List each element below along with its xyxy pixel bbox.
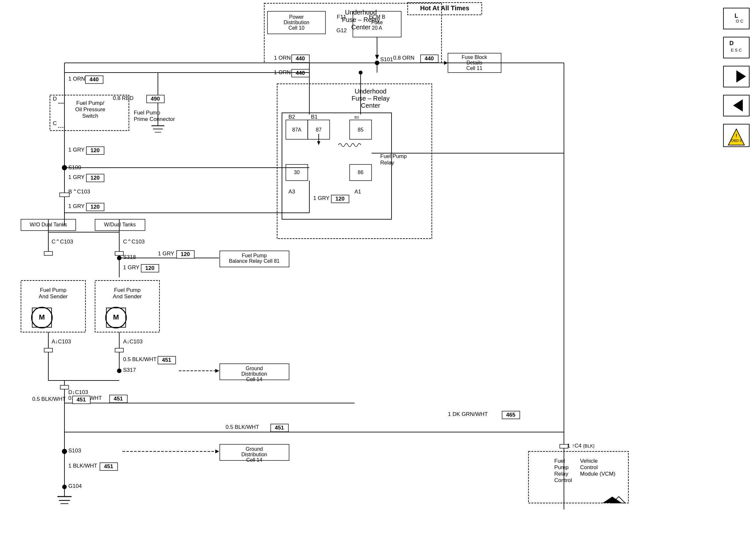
fp-balance-relay-label2: Balance Relay Cell 81 [229,258,280,264]
fp-prime-conn-label2: Prime Connector [134,116,175,122]
fp-prime-conn-label1: Fuel Pump [134,110,160,116]
ecm-fuse-label2: Fuse [371,20,383,25]
wire-1gry-120-s318-below: 1 GRY [123,264,140,270]
vcm-label1: Vehicle [580,458,598,464]
wire-440-b: 440 [425,55,434,62]
power-dist-label2: Distribution [284,20,309,25]
fuel-pump-relay-ctrl-label3: Relay [554,471,568,477]
wire-120-relay-out: 120 [335,196,344,202]
fp-switch-label3: Switch [82,113,98,119]
diagram-container: Hot At All Times Underhood Fuse – Relay … [0,0,756,543]
wire-05blkwht-451-bot: 0.5 BLK/WHT [32,396,66,402]
loc-subscript: O C [736,19,743,24]
svg-marker-96 [603,497,622,503]
c4-connector-label: 1 ↑C4 (BLK) [567,443,595,449]
underhood2-label1: Underhood [355,88,387,95]
g12-label: G12 [336,27,347,34]
relay-b3-label: B3 [354,115,359,119]
svg-rect-34 [60,193,69,197]
forward-arrow-icon[interactable] [736,70,746,82]
wire-1gry-120-b: 1 GRY [68,174,85,180]
wire-1orn-440-left: 1 ORN [68,76,85,82]
fp-balance-relay-label1: Fuel Pump [242,253,267,258]
s318-label: S318 [123,254,136,260]
svg-point-114 [359,71,363,74]
s317-dot [117,369,121,373]
back-arrow-icon[interactable] [733,99,743,111]
w-dual-tanks-label: W/Dual Tanks [104,222,136,227]
a-c103-left-label: A↓C103 [52,339,71,345]
relay-a1-label: A1 [354,189,361,195]
fuse-block-label2: Details [467,60,482,65]
fp-relay-label1: Fuel Pump [380,153,407,159]
g104-label: G104 [68,483,82,489]
svg-rect-95 [528,451,628,503]
wire-440-left: 440 [90,76,99,82]
c-c103-right-label: C⌃C103 [123,238,145,245]
svg-marker-80 [215,450,219,453]
svg-marker-66 [215,369,219,373]
fuse-block-label1: Fuse Block [461,54,487,60]
relay-87-label: 87 [316,127,322,132]
fp-sender-right-label2: And Sender [113,294,142,300]
fp-sender-left-label2: And Sender [39,294,68,300]
fp-switch-label1: Fuel Pump/ [76,100,104,106]
wire-451-s103: 451 [104,463,113,470]
relay-85-label: 85 [358,127,363,132]
wire-440-a: 440 [296,55,305,62]
desc-subscript: E S C [731,48,742,53]
fuel-pump-relay-ctrl-label4: Control [554,477,572,483]
fp-switch-label2: Oil Pressure [75,106,105,112]
s317-label: S317 [123,367,136,373]
wire-120-a: 120 [91,147,100,153]
relay-87a-label: 87A [292,127,302,132]
wire-120-s318: 120 [181,251,190,257]
wire-1gry-120-a: 1 GRY [68,147,85,153]
loc-icon-label: L [735,13,738,19]
obd-ii-icon-label: OBD II [731,139,741,142]
wire-120-c: 120 [91,204,100,210]
wire-451-right: 451 [275,425,284,431]
wire-1orn-440-a: 1 ORN [274,55,291,61]
fuel-pump-relay-ctrl-label: Fuel [554,458,565,464]
wire-1gry-relay-out: 1 GRY [313,195,330,201]
fp-relay-label2: Relay [380,160,394,166]
wire-05blkwht-451-right: 0.5 BLK/WHT [226,424,259,430]
desc-icon-label: D [730,40,734,46]
vcm-label3: Module (VCM) [580,471,615,477]
ground-dist-top-label2: Distribution [241,371,267,377]
fp-sender-right-label1: Fuel Pump [114,287,141,293]
c-c103-left-label: C⌃C103 [52,238,73,245]
f11-label: F11 [337,14,346,20]
svg-rect-47 [115,251,123,255]
ground-dist-bot-label1: Ground [246,446,263,452]
motor-left-label: M [39,313,45,321]
ecm-fuse-label3: 20 A [372,25,382,31]
motor-right-label: M [113,313,119,321]
wire-1dkgrnwht-465-label: 1 DK GRN/WHT [448,411,488,417]
wire-120-b: 120 [91,175,100,181]
s101-label: S101 [380,56,393,63]
vcm-label2: Control [580,464,598,470]
connector-d-label: D [53,96,57,102]
fp-sender-left-label1: Fuel Pump [40,287,66,293]
a-c103-right-label: A↓C103 [123,339,142,345]
b-c103-caret: ⌃C103 [73,189,90,195]
svg-rect-62 [115,348,123,352]
ground-dist-top-label3: Cell 14 [246,377,262,382]
wire-440-c: 440 [296,70,305,76]
wire-1gry-s318: 1 GRY [158,250,174,257]
wire-490-label: 490 [151,96,160,102]
relay-a3-label: A3 [288,189,295,195]
ecm-fuse-label1: ECM B [369,14,385,20]
power-dist-label3: Cell 10 [288,25,305,31]
wire-08red-490-label: 0.8 RED [113,95,133,101]
g104-dot [62,485,67,489]
wire-05blkwht-451-a: 0.5 BLK/WHT [123,356,157,363]
wire-451-a: 451 [162,357,171,363]
svg-rect-45 [44,251,53,255]
svg-rect-98 [277,84,432,238]
d-c103-label: D↓C103 [68,389,88,395]
svg-rect-73 [60,385,69,389]
fuel-pump-relay-ctrl-label2: Pump [554,464,568,470]
